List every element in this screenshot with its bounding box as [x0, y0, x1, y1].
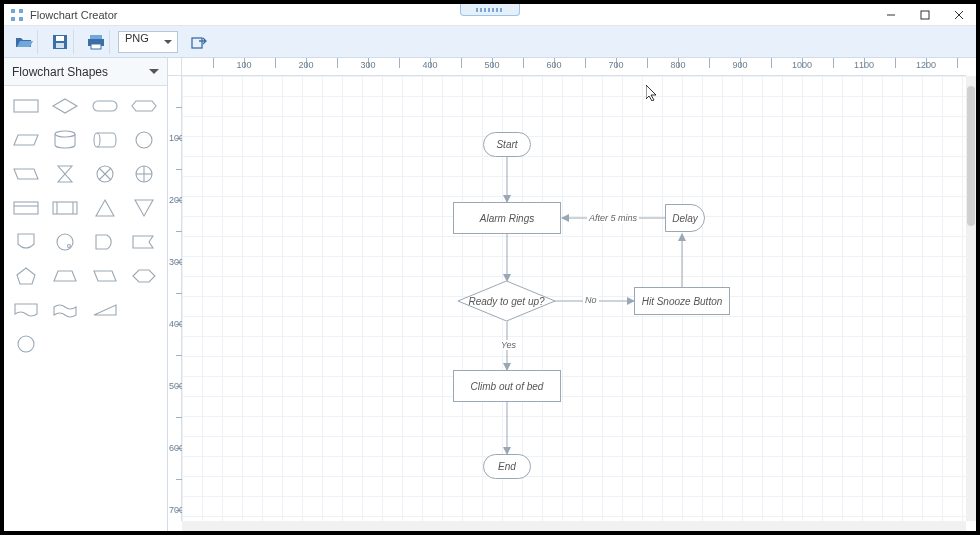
app-title: Flowchart Creator — [30, 9, 117, 21]
export-icon — [191, 35, 209, 49]
shape-ramp[interactable] — [89, 298, 121, 322]
node-snooze[interactable]: Hit Snooze Button — [634, 287, 730, 315]
edge-label-no: No — [583, 295, 599, 305]
format-select[interactable]: PNG — [118, 31, 178, 53]
open-button[interactable] — [10, 30, 38, 54]
node-decision[interactable]: Ready to get up? — [458, 281, 555, 321]
svg-point-38 — [57, 234, 73, 250]
shape-parallelogram[interactable] — [10, 128, 42, 152]
svg-marker-23 — [14, 169, 38, 179]
minimize-button[interactable] — [874, 4, 908, 26]
edge-label-after5: After 5 mins — [587, 213, 639, 223]
shape-triangle-up[interactable] — [89, 196, 121, 220]
svg-point-21 — [94, 133, 100, 147]
connectors — [182, 76, 966, 521]
shape-cylinder[interactable] — [49, 128, 81, 152]
canvas[interactable]: Start Alarm Rings Ready to get up? Hit S… — [182, 76, 966, 521]
app-window: Flowchart Creator PNG Flowchart Shapes — [4, 4, 976, 531]
titlebar: Flowchart Creator — [4, 4, 976, 26]
shape-d-shape[interactable] — [89, 230, 121, 254]
node-alarm[interactable]: Alarm Rings — [453, 202, 561, 234]
chevron-down-icon — [149, 69, 159, 79]
svg-marker-40 — [17, 268, 35, 284]
node-end[interactable]: End — [483, 454, 531, 479]
svg-marker-37 — [135, 200, 153, 216]
shape-parallelogram-lean[interactable] — [89, 264, 121, 288]
svg-point-39 — [68, 245, 71, 248]
svg-rect-10 — [56, 43, 64, 48]
shape-hexagon[interactable] — [128, 264, 160, 288]
svg-marker-36 — [96, 200, 114, 216]
svg-rect-13 — [91, 44, 101, 49]
save-button[interactable] — [46, 30, 74, 54]
scrollbar-thumb[interactable] — [967, 86, 975, 226]
ruler-corner — [168, 58, 182, 76]
svg-rect-11 — [90, 35, 102, 39]
shape-trapezoid[interactable] — [49, 264, 81, 288]
svg-rect-17 — [93, 101, 117, 111]
shape-flag[interactable] — [128, 230, 160, 254]
svg-marker-41 — [54, 271, 76, 281]
svg-rect-5 — [921, 11, 929, 19]
node-start[interactable]: Start — [483, 132, 531, 157]
shape-shield[interactable] — [10, 230, 42, 254]
shapes-sidebar: Flowchart Shapes — [4, 58, 168, 531]
window-controls — [874, 4, 976, 26]
toolbar: PNG — [4, 26, 976, 58]
svg-rect-0 — [11, 9, 15, 13]
maximize-button[interactable] — [908, 4, 942, 26]
shape-circle-outline[interactable] — [10, 332, 42, 356]
shape-pentagon[interactable] — [10, 264, 42, 288]
svg-point-20 — [55, 131, 75, 137]
shape-terminator[interactable] — [89, 94, 121, 118]
shape-blank[interactable] — [128, 298, 160, 322]
export-button[interactable] — [186, 30, 214, 54]
svg-marker-44 — [94, 305, 116, 315]
svg-rect-15 — [14, 100, 38, 112]
shape-circle-x[interactable] — [89, 162, 121, 186]
print-button[interactable] — [82, 30, 110, 54]
svg-marker-19 — [14, 135, 38, 145]
shape-cylinder-h[interactable] — [89, 128, 121, 152]
svg-marker-43 — [133, 270, 155, 282]
shape-rectangle[interactable] — [10, 94, 42, 118]
shape-document[interactable] — [10, 298, 42, 322]
shape-diamond-thin[interactable] — [49, 94, 81, 118]
shape-hexagon-flat[interactable] — [128, 94, 160, 118]
shape-triangle-down[interactable] — [128, 196, 160, 220]
svg-rect-3 — [19, 17, 23, 21]
svg-marker-24 — [58, 166, 72, 182]
ruler-vertical[interactable]: 100200300400500600700 — [168, 76, 182, 521]
node-climb[interactable]: Climb out of bed — [453, 370, 561, 402]
close-button[interactable] — [942, 4, 976, 26]
edge-label-yes: Yes — [499, 340, 518, 350]
save-icon — [52, 34, 68, 50]
drag-handle[interactable] — [460, 4, 520, 16]
svg-marker-42 — [94, 271, 116, 281]
scrollbar-vertical[interactable] — [966, 76, 976, 521]
shape-circle[interactable] — [128, 128, 160, 152]
scrollbar-horizontal[interactable] — [182, 521, 966, 531]
svg-rect-2 — [11, 17, 15, 21]
shape-double-card[interactable] — [49, 196, 81, 220]
shape-parallelogram-alt[interactable] — [10, 162, 42, 186]
svg-rect-1 — [19, 9, 23, 13]
shape-card[interactable] — [10, 196, 42, 220]
app-icon — [10, 8, 24, 22]
sidebar-header[interactable]: Flowchart Shapes — [4, 58, 167, 86]
svg-rect-31 — [14, 202, 38, 214]
svg-marker-18 — [132, 101, 156, 111]
shape-palette — [4, 86, 167, 364]
svg-marker-16 — [53, 99, 77, 113]
shape-wave[interactable] — [49, 298, 81, 322]
format-select-value: PNG — [125, 32, 149, 44]
ruler-horizontal[interactable]: 100200300400500600700800900100011001200 — [182, 58, 966, 76]
node-delay[interactable]: Delay — [665, 204, 705, 232]
sidebar-title: Flowchart Shapes — [12, 65, 108, 79]
svg-point-45 — [18, 336, 34, 352]
shape-circle-small[interactable] — [49, 230, 81, 254]
open-folder-icon — [15, 35, 33, 49]
shape-circle-plus[interactable] — [128, 162, 160, 186]
shape-hourglass[interactable] — [49, 162, 81, 186]
svg-rect-14 — [192, 38, 202, 48]
